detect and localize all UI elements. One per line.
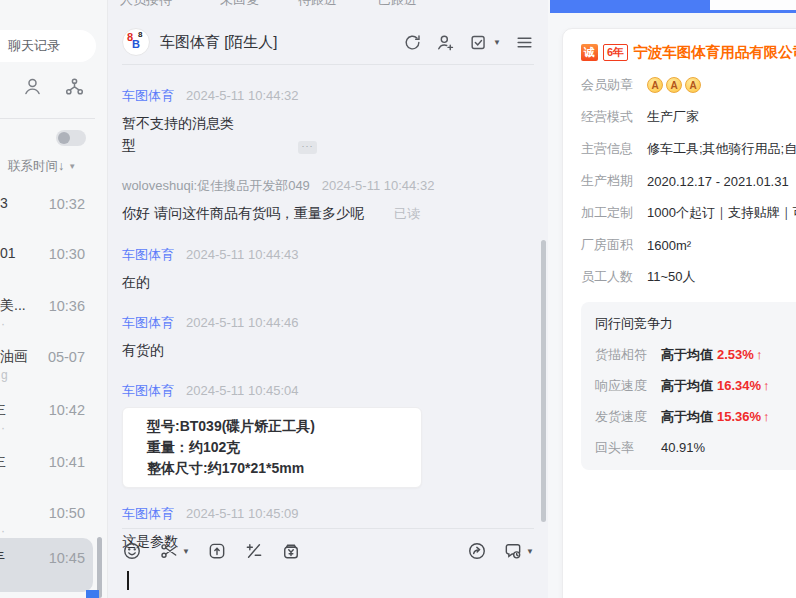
info-label: 加工定制 xyxy=(581,204,635,222)
message-timestamp: 2024-5-11 10:44:32 xyxy=(322,178,435,193)
quote-icon[interactable] xyxy=(244,541,264,561)
conversation-item-selected[interactable]: 丰 10:45 xyxy=(0,538,107,592)
sort-caret-icon: ▼ xyxy=(68,162,76,171)
message-sender[interactable]: woloveshuqi:促佳搜品开发部049 xyxy=(122,177,310,195)
emoji-icon[interactable] xyxy=(122,541,142,561)
stat-value: 15.36% xyxy=(717,409,761,424)
stat-row: 货描相符 高于均值2.53%↑ xyxy=(595,346,789,364)
panel-tab-inactive[interactable] xyxy=(710,0,796,13)
competitiveness-card: 同行间竞争力 货描相符 高于均值2.53%↑ 响应速度 高于均值16.34%↑ … xyxy=(581,302,796,470)
panel-tab-active[interactable] xyxy=(550,0,710,13)
conversation-name: 主 xyxy=(0,401,6,419)
screenshot-scissors-control[interactable]: ▼ xyxy=(159,541,190,561)
sort-control[interactable]: 联系时间↓ ▼ xyxy=(8,158,76,175)
chat-history-control[interactable]: ▼ xyxy=(503,541,534,561)
message-sender[interactable]: 车图体育 xyxy=(122,382,174,400)
conversation-preview: · xyxy=(1,421,5,435)
spec-line: 重量：约102克 xyxy=(147,437,405,458)
stat-label: 响应速度 xyxy=(595,377,649,395)
conversation-preview: · xyxy=(1,524,5,538)
avatar-letter: 8 xyxy=(138,30,142,39)
top-tab[interactable]: 人员接待 xyxy=(120,0,172,8)
product-spec-card[interactable]: 型号:BT039(碟片矫正工具) 重量：约102克 整体尺寸:约170*21*5… xyxy=(122,407,422,488)
stat-prefix: 高于均值 xyxy=(661,378,713,393)
company-info-row: 员工人数 11~50人 xyxy=(581,268,796,286)
task-checkbox-icon[interactable] xyxy=(469,33,488,52)
message: 车图体育 2024-5-11 10:45:04 型号:BT039(碟片矫正工具)… xyxy=(122,382,534,488)
chat-history-icon xyxy=(503,541,523,561)
trustpass-years-badge: 6年 xyxy=(603,44,628,61)
task-dropdown-caret-icon[interactable]: ▼ xyxy=(493,38,501,47)
conversation-time: 05-07 xyxy=(48,349,85,365)
send-file-icon[interactable] xyxy=(207,541,227,561)
conversation-item[interactable]: 主 · 10:42 xyxy=(0,394,107,446)
conversation-name: 油画 xyxy=(0,348,28,366)
conversation-time: 10:42 xyxy=(49,402,85,418)
message-sender[interactable]: 车图体育 xyxy=(122,505,174,523)
top-tabs-cutoff: 人员接待 未回复 待跟进 已跟进 xyxy=(108,0,548,8)
conversation-item[interactable]: 01 10:30 xyxy=(0,238,107,290)
menu-icon[interactable] xyxy=(515,33,534,52)
add-contact-icon[interactable] xyxy=(436,33,455,52)
stat-prefix: 高于均值 xyxy=(661,409,713,424)
company-info-row: 经营模式 生产厂家 xyxy=(581,108,796,126)
message: 车图体育 2024-5-11 10:44:32 暂不支持的消息类型 ··· xyxy=(122,87,534,156)
read-status: 已读 xyxy=(394,206,420,221)
org-structure-icon[interactable] xyxy=(64,76,85,97)
info-value: 1600m² xyxy=(647,238,691,253)
conversation-time: 10:45 xyxy=(49,550,85,566)
info-label: 经营模式 xyxy=(581,108,635,126)
contacts-icon[interactable] xyxy=(22,76,43,97)
message-sender[interactable]: 车图体育 xyxy=(122,87,174,105)
sidebar-scrollbar[interactable] xyxy=(97,537,102,598)
conversation-item[interactable]: 美... · 10:36 xyxy=(0,290,107,342)
medal-icon: A xyxy=(685,77,701,93)
top-tab[interactable]: 未回复 xyxy=(220,0,259,8)
chat-scrollbar[interactable] xyxy=(541,240,546,522)
company-name[interactable]: 宁波车图体育用品有限公司 xyxy=(633,43,796,62)
message: 车图体育 2024-5-11 10:44:46 有货的 xyxy=(122,314,534,361)
payment-icon[interactable] xyxy=(281,541,301,561)
text-cursor[interactable] xyxy=(127,571,129,590)
conversation-time: 10:36 xyxy=(49,298,85,314)
medal-icon: A xyxy=(647,77,663,93)
message-timestamp: 2024-5-11 10:44:46 xyxy=(186,315,299,330)
filter-toggle[interactable] xyxy=(56,130,86,146)
conversation-item[interactable]: 3 10:32 xyxy=(0,188,107,240)
history-icon[interactable] xyxy=(403,33,422,52)
message-list: 车图体育 2024-5-11 10:44:32 暂不支持的消息类型 ··· wo… xyxy=(122,66,534,552)
sort-label: 联系时间↓ xyxy=(8,158,64,175)
message: 车图体育 2024-5-11 10:44:43 在的 xyxy=(122,246,534,293)
conversation-name: 美... xyxy=(0,297,26,315)
conversation-preview: · xyxy=(1,317,5,331)
avatar: 8 B 8 xyxy=(122,28,150,56)
top-tab[interactable]: 待跟进 xyxy=(298,0,337,8)
up-arrow-icon: ↑ xyxy=(756,347,763,362)
member-medals: A A A xyxy=(647,77,701,93)
spec-line: 整体尺寸:约170*21*5mm xyxy=(147,458,405,479)
message: woloveshuqi:促佳搜品开发部049 2024-5-11 10:44:3… xyxy=(122,177,534,225)
conversation-time: 10:50 xyxy=(49,505,85,521)
message-sender[interactable]: 车图体育 xyxy=(122,246,174,264)
chat-header: 8 B 8 车图体育 [陌生人] xyxy=(122,20,534,64)
info-label: 生产档期 xyxy=(581,172,635,190)
info-label: 主营信息 xyxy=(581,140,635,158)
info-label: 员工人数 xyxy=(581,268,635,286)
forward-icon[interactable] xyxy=(467,541,487,561)
conversation-name: 3 xyxy=(0,195,8,211)
message-more-icon[interactable]: ··· xyxy=(298,141,317,154)
conversation-item[interactable]: 油画 g 05-07 xyxy=(0,341,107,393)
search-input[interactable]: 聊天记录 xyxy=(0,30,96,62)
conversation-time: 10:41 xyxy=(49,454,85,470)
chat-title: 车图体育 [陌生人] xyxy=(160,33,278,52)
conversation-item[interactable]: 主 10:41 xyxy=(0,446,107,498)
message-timestamp: 2024-5-11 10:44:32 xyxy=(186,88,299,103)
stat-value: 2.53% xyxy=(717,347,754,362)
up-arrow-icon: ↑ xyxy=(763,378,770,393)
top-tab[interactable]: 已跟进 xyxy=(378,0,417,8)
app-window: 聊天记录 联系时间↓ ▼ 3 10:32 0 xyxy=(0,0,796,598)
message-sender[interactable]: 车图体育 xyxy=(122,314,174,332)
company-info-row: 主营信息 修车工具;其他骑行用品;自行车 xyxy=(581,140,796,158)
history-caret-icon: ▼ xyxy=(526,547,534,556)
company-info-row: 厂房面积 1600m² xyxy=(581,236,796,254)
